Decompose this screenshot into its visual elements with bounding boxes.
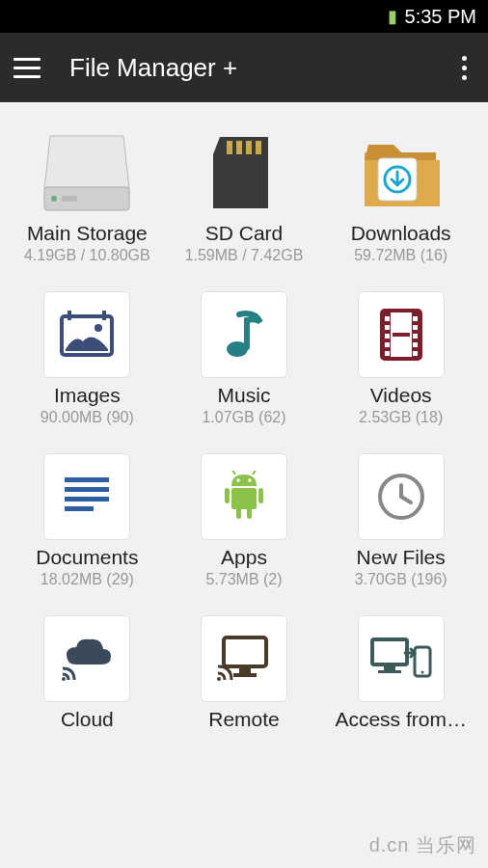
svg-rect-24	[413, 334, 418, 339]
svg-rect-17	[385, 316, 390, 321]
svg-rect-21	[385, 351, 390, 356]
item-cloud[interactable]: Cloud	[12, 615, 163, 733]
cloud-cast-icon	[43, 615, 130, 702]
item-sub: 59.72MB (16)	[354, 247, 447, 264]
battery-icon: ▮	[388, 6, 397, 27]
svg-point-35	[248, 478, 252, 482]
item-documents[interactable]: Documents 18.02MB (29)	[12, 453, 163, 588]
item-apps[interactable]: Apps 5.73MB (2)	[169, 453, 320, 588]
hamburger-menu-icon[interactable]	[14, 50, 48, 85]
svg-rect-6	[256, 141, 261, 154]
status-time: 5:35 PM	[405, 6, 476, 28]
app-title: File Manager +	[69, 53, 453, 83]
svg-point-1	[51, 196, 57, 202]
app-bar: File Manager +	[0, 33, 488, 102]
svg-rect-47	[372, 639, 407, 665]
svg-point-51	[420, 671, 423, 674]
item-sub: 5.73MB (2)	[205, 571, 282, 588]
watermark: d.cn 当乐网	[369, 832, 476, 858]
overflow-menu-icon[interactable]	[453, 50, 474, 85]
svg-line-32	[231, 471, 235, 475]
svg-rect-22	[413, 316, 418, 321]
item-label: Music	[218, 384, 271, 407]
item-label: Documents	[36, 546, 138, 569]
svg-rect-11	[102, 311, 106, 320]
sd-card-icon	[196, 129, 292, 216]
item-label: Access from…	[335, 708, 467, 731]
item-images[interactable]: Images 90.00MB (90)	[12, 291, 163, 426]
item-music[interactable]: Music 1.07GB (62)	[169, 291, 320, 426]
svg-rect-0	[44, 187, 129, 210]
svg-rect-23	[413, 325, 418, 330]
item-videos[interactable]: Videos 2.53GB (18)	[325, 291, 476, 426]
item-sub: 90.00MB (90)	[41, 409, 134, 426]
item-sub: 18.02MB (29)	[41, 571, 134, 588]
item-access-from[interactable]: Access from…	[325, 615, 476, 733]
item-sub: 1.07GB (62)	[202, 409, 285, 426]
item-downloads[interactable]: Downloads 59.72MB (16)	[325, 129, 476, 264]
monitor-cast-icon	[201, 615, 287, 702]
svg-rect-10	[68, 311, 71, 320]
item-new-files[interactable]: New Files 3.70GB (196)	[325, 453, 476, 588]
svg-rect-40	[247, 507, 252, 519]
svg-rect-3	[227, 141, 232, 154]
item-label: Downloads	[351, 222, 451, 245]
item-label: New Files	[357, 546, 446, 569]
svg-rect-4	[236, 141, 242, 154]
svg-rect-49	[378, 670, 401, 673]
svg-point-42	[62, 677, 66, 681]
image-icon	[43, 291, 130, 378]
item-sub: 4.19GB / 10.80GB	[24, 247, 150, 264]
item-label: Images	[54, 384, 121, 407]
svg-rect-43	[224, 637, 266, 666]
svg-rect-30	[65, 497, 109, 502]
android-icon	[201, 453, 287, 540]
svg-rect-44	[239, 668, 251, 673]
status-bar: ▮ 5:35 PM	[0, 0, 488, 33]
svg-rect-31	[65, 506, 94, 511]
svg-point-13	[227, 341, 248, 357]
svg-point-12	[95, 324, 102, 332]
item-label: Cloud	[61, 708, 114, 731]
svg-rect-29	[65, 487, 109, 492]
clock-icon	[358, 453, 445, 540]
svg-rect-37	[225, 488, 230, 503]
video-film-icon	[358, 291, 445, 378]
item-label: Remote	[208, 708, 280, 731]
svg-rect-18	[385, 325, 390, 330]
item-label: Apps	[221, 546, 267, 569]
item-sub: 1.59MB / 7.42GB	[185, 247, 304, 264]
item-main-storage[interactable]: Main Storage 4.19GB / 10.80GB	[12, 129, 163, 264]
svg-rect-48	[384, 666, 395, 670]
svg-line-33	[253, 471, 257, 475]
storage-grid: Main Storage 4.19GB / 10.80GB SD Card 1.…	[0, 102, 488, 733]
svg-rect-25	[413, 342, 418, 347]
item-sub: 2.53GB (18)	[359, 409, 443, 426]
item-label: Main Storage	[27, 222, 148, 245]
music-note-icon	[201, 291, 287, 378]
item-label: Videos	[370, 384, 432, 407]
item-sd-card[interactable]: SD Card 1.59MB / 7.42GB	[169, 129, 320, 264]
svg-rect-27	[393, 333, 410, 337]
svg-rect-28	[65, 477, 109, 482]
svg-rect-36	[231, 488, 257, 509]
svg-rect-26	[413, 351, 418, 356]
downloads-folder-icon	[353, 129, 449, 216]
item-label: SD Card	[205, 222, 284, 245]
svg-rect-39	[236, 507, 241, 519]
svg-rect-38	[258, 488, 263, 503]
svg-point-34	[236, 478, 240, 482]
pc-to-phone-icon	[358, 615, 445, 702]
document-lines-icon	[43, 453, 130, 540]
hard-drive-icon	[39, 129, 135, 216]
svg-rect-45	[233, 673, 257, 677]
item-remote[interactable]: Remote	[169, 615, 320, 733]
svg-rect-5	[246, 141, 252, 154]
svg-point-46	[217, 677, 221, 681]
svg-rect-19	[385, 334, 390, 339]
item-sub: 3.70GB (196)	[355, 571, 447, 588]
svg-rect-2	[62, 196, 77, 202]
svg-rect-20	[385, 342, 390, 347]
